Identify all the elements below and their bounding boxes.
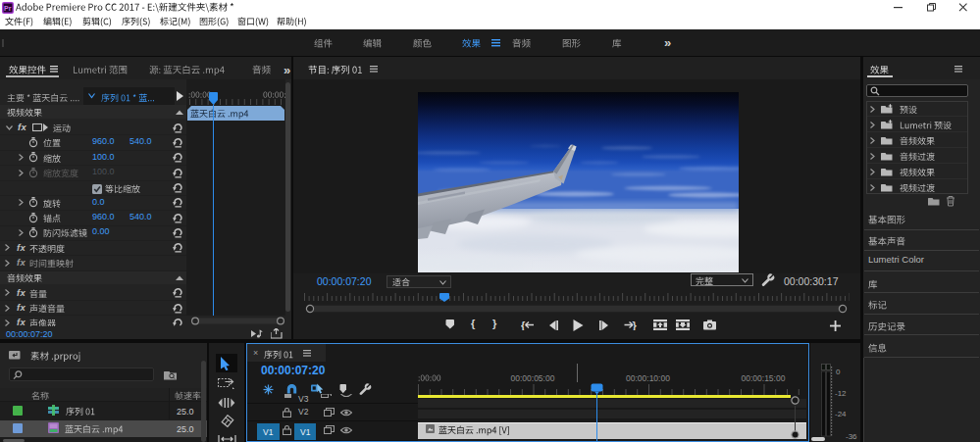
svg-text:Pr: Pr xyxy=(4,5,12,12)
svg-text:{: { xyxy=(521,319,526,330)
svg-text:}: } xyxy=(633,319,638,330)
